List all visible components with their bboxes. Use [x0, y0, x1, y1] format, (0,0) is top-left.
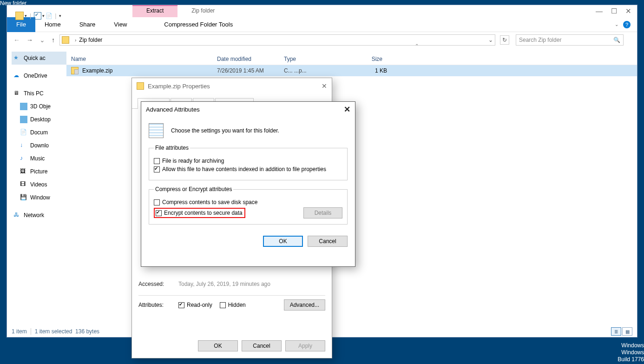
sidebar-music[interactable]: ♪Music [12, 152, 66, 165]
tab-view[interactable]: View [105, 17, 136, 32]
help-icon[interactable]: ? [623, 21, 631, 28]
sidebar-documents[interactable]: 📄Docum [12, 126, 66, 139]
ribbon-expand-icon[interactable]: ⌄ [615, 22, 618, 27]
sidebar-item-label: This PC [24, 90, 44, 97]
view-details-button[interactable]: ≣ [611, 327, 621, 336]
column-name[interactable]: Name [66, 56, 212, 62]
sidebar-onedrive[interactable]: ☁OneDrive [12, 69, 66, 82]
sidebar-item-label: Desktop [30, 116, 51, 123]
dialog-title: Example.zip Properties [148, 83, 210, 90]
sidebar-item-label: Docum [30, 129, 48, 136]
separator: | [55, 13, 56, 19]
index-checkbox[interactable] [154, 166, 160, 172]
accessed-value: Today, July 26, 2019, 19 minutes ago [178, 281, 270, 287]
sidebar-item-label: Network [24, 212, 44, 218]
archive-checkbox[interactable] [154, 158, 160, 164]
advanced-button[interactable]: Advanced... [284, 299, 325, 311]
readonly-checkbox[interactable] [178, 302, 184, 308]
sidebar-this-pc[interactable]: 🖥This PC [12, 87, 66, 100]
folder-icon [20, 116, 27, 123]
picture-icon: 🖼 [20, 168, 27, 175]
encrypt-highlight: Encrypt contents to secure data [154, 208, 245, 218]
title-bar: Extract Zip folder — ☐ ✕ [7, 5, 637, 17]
sidebar-quick-access[interactable]: ★Quick ac [12, 52, 66, 65]
tab-share[interactable]: Share [70, 17, 105, 32]
encrypt-label: Encrypt contents to secure data [164, 210, 243, 216]
folder-icon [20, 103, 27, 110]
drive-icon: 💾 [20, 194, 27, 201]
breadcrumb-item[interactable]: Zip folder [79, 37, 102, 43]
back-button[interactable]: ← [12, 36, 22, 44]
chevron-right-icon[interactable]: › [75, 38, 76, 43]
pc-icon: 🖥 [13, 90, 21, 97]
ok-button[interactable]: OK [263, 236, 303, 247]
status-selected-count: 1 item selected [35, 328, 72, 335]
column-size[interactable]: Size [346, 56, 392, 62]
details-button: Details [303, 207, 342, 218]
tab-compressed-tools[interactable]: Compressed Folder Tools [155, 17, 242, 32]
minimize-button[interactable]: — [596, 7, 603, 15]
maximize-button[interactable]: ☐ [611, 7, 617, 15]
zip-file-icon [137, 82, 144, 90]
compress-checkbox[interactable] [154, 199, 160, 205]
download-icon: ↓ [20, 142, 27, 149]
compress-label: Compress contents to save disk space [162, 199, 257, 205]
attributes-row: Attributes: Read-only Hidden Advanced... [138, 299, 325, 311]
sidebar-item-label: Downlo [30, 142, 49, 149]
sidebar-item-label: Music [30, 155, 45, 162]
file-row[interactable]: Example.zip 7/26/2019 1:45 AM C... ...p.… [66, 65, 637, 76]
sidebar-pictures[interactable]: 🖼Picture [12, 165, 66, 178]
hidden-label: Hidden [228, 302, 246, 308]
forward-button[interactable]: → [25, 36, 35, 44]
star-icon: ★ [13, 54, 21, 62]
cancel-button[interactable]: Cancel [308, 236, 348, 247]
accessed-label: Accessed: [138, 281, 178, 287]
sidebar-videos[interactable]: 🎞Videos [12, 178, 66, 191]
qat-dropdown-icon[interactable]: ▾ [42, 13, 45, 18]
cancel-button[interactable]: Cancel [242, 340, 282, 351]
separator: | [30, 13, 31, 19]
sidebar-network[interactable]: 🖧Network [12, 209, 66, 222]
close-button[interactable]: ✕ [344, 105, 350, 114]
column-date[interactable]: Date modified [212, 56, 279, 62]
sidebar-item-label: 3D Obje [30, 103, 51, 110]
address-dropdown-icon[interactable]: ⌄ [488, 37, 493, 43]
attributes-label: Attributes: [138, 302, 178, 308]
new-folder-icon[interactable]: 📄 [46, 13, 52, 19]
properties-icon[interactable] [34, 12, 41, 20]
navigation-pane: ★Quick ac ☁OneDrive 🖥This PC 3D Obje Des… [7, 48, 66, 322]
view-icons-button[interactable]: ▦ [622, 327, 632, 336]
status-selected-size: 136 bytes [75, 328, 99, 335]
ok-button[interactable]: OK [198, 340, 238, 351]
cloud-icon: ☁ [13, 72, 21, 79]
zip-file-icon [71, 67, 79, 74]
apply-button: Apply [285, 340, 325, 351]
sidebar-3d-objects[interactable]: 3D Obje [12, 100, 66, 113]
contextual-tab-extract[interactable]: Extract [132, 5, 177, 17]
hidden-checkbox[interactable] [220, 302, 226, 308]
qat-customize-icon[interactable]: ▾ [59, 13, 61, 18]
file-size: 1 KB [351, 67, 396, 74]
sidebar-item-label: Quick ac [24, 55, 46, 61]
sidebar-item-label: Videos [30, 181, 47, 188]
sidebar-windows[interactable]: 💾Window [12, 191, 66, 204]
dialog-title-bar: Advanced Attributes ✕ [141, 102, 355, 117]
status-item-count: 1 item [12, 328, 27, 335]
column-type[interactable]: Type [279, 56, 346, 62]
up-button[interactable]: ↑ [50, 36, 57, 44]
sidebar-item-label: OneDrive [24, 73, 47, 79]
ribbon-tabs: File Home Share View Compressed Folder T… [7, 17, 637, 32]
dialog-title-bar: Example.zip Properties ✕ [132, 78, 332, 94]
sidebar-downloads[interactable]: ↓Downlo [12, 139, 66, 152]
sort-indicator-icon: ⌃ [131, 43, 644, 48]
archive-label: File is ready for archiving [162, 158, 224, 164]
recent-dropdown[interactable]: ⌄ [38, 36, 47, 44]
sidebar-desktop[interactable]: Desktop [12, 113, 66, 126]
advanced-attributes-dialog: Advanced Attributes ✕ Choose the setting… [141, 101, 355, 267]
close-button[interactable]: ✕ [322, 82, 327, 90]
close-button[interactable]: ✕ [625, 7, 631, 15]
encrypt-checkbox[interactable] [156, 210, 162, 216]
windows-watermark: Windows Windows Build 1776 [618, 342, 644, 363]
file-attributes-group: File attributes File is ready for archiv… [149, 145, 348, 180]
qat-dropdown-icon[interactable]: ▾ [25, 13, 27, 18]
